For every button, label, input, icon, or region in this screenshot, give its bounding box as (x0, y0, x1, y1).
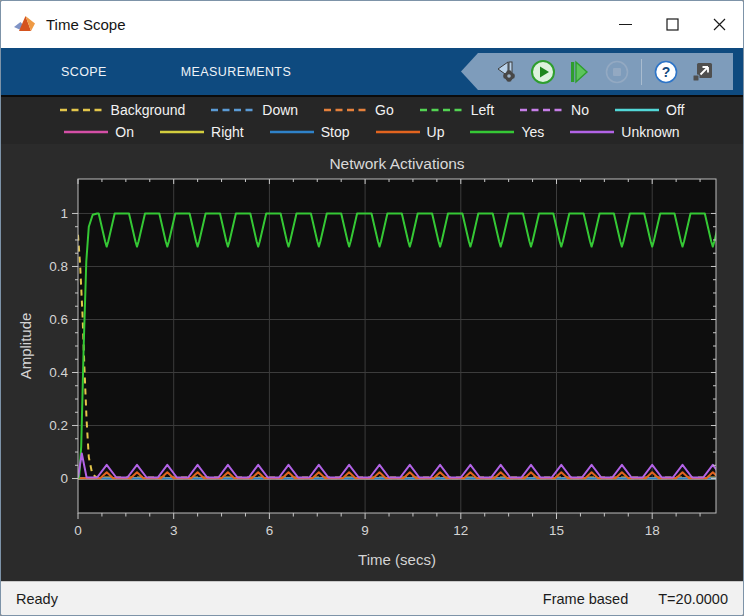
status-ready: Ready (16, 591, 58, 607)
svg-text:0: 0 (74, 523, 82, 538)
signal-legend: BackgroundDownGoLeftNoOff OnRightStopUpY… (1, 95, 743, 144)
legend-label: Off (666, 102, 684, 118)
legend-row-2: OnRightStopUpYesUnknown (1, 121, 743, 143)
status-time: T=20.0000 (658, 591, 728, 607)
legend-label: Stop (321, 124, 350, 140)
legend-line-sample (570, 129, 614, 135)
legend-line-sample (64, 129, 108, 135)
legend-line-sample (470, 129, 514, 135)
plot-area[interactable]: 036912151800.20.40.60.81Network Activati… (1, 144, 743, 581)
legend-line-sample (211, 107, 255, 113)
legend-item-go[interactable]: Go (324, 102, 394, 118)
svg-text:?: ? (662, 64, 671, 80)
legend-item-stop[interactable]: Stop (270, 124, 350, 140)
legend-label: Down (262, 102, 298, 118)
close-button[interactable] (696, 1, 743, 48)
toolbar-separator (641, 59, 642, 85)
legend-label: No (571, 102, 589, 118)
matlab-logo-icon (14, 15, 36, 35)
ribbon-toolbar: SCOPE MEASUREMENTS (1, 48, 743, 95)
dock-icon (690, 59, 716, 85)
legend-label: Unknown (621, 124, 679, 140)
maximize-button[interactable] (649, 1, 696, 48)
legend-line-sample (270, 129, 314, 135)
close-icon (713, 18, 726, 31)
legend-item-left[interactable]: Left (420, 102, 494, 118)
status-mode: Frame based (543, 591, 628, 607)
simulation-controls-panel: ? (461, 53, 733, 90)
legend-item-off[interactable]: Off (615, 102, 684, 118)
legend-line-sample (160, 129, 204, 135)
stop-icon (604, 59, 630, 85)
tab-scope[interactable]: SCOPE (53, 65, 115, 79)
legend-item-no[interactable]: No (520, 102, 589, 118)
x-axis-label: Time (secs) (358, 551, 436, 568)
tab-measurements[interactable]: MEASUREMENTS (173, 65, 299, 79)
legend-item-on[interactable]: On (64, 124, 134, 140)
legend-line-sample (60, 107, 104, 113)
svg-text:0.2: 0.2 (49, 418, 68, 433)
dock-button[interactable] (690, 59, 716, 85)
legend-line-sample (420, 107, 464, 113)
chart-title: Network Activations (329, 155, 464, 172)
legend-line-sample (520, 107, 564, 113)
svg-text:18: 18 (645, 523, 660, 538)
legend-label: Go (375, 102, 394, 118)
svg-text:6: 6 (266, 523, 274, 538)
legend-label: On (115, 124, 134, 140)
legend-label: Yes (521, 124, 544, 140)
titlebar: Time Scope (1, 1, 743, 48)
legend-item-right[interactable]: Right (160, 124, 244, 140)
legend-item-up[interactable]: Up (376, 124, 445, 140)
legend-line-sample (615, 107, 659, 113)
legend-label: Up (427, 124, 445, 140)
svg-text:0: 0 (60, 471, 68, 486)
legend-row-1: BackgroundDownGoLeftNoOff (1, 99, 743, 121)
svg-text:0.6: 0.6 (49, 312, 68, 327)
chart-canvas[interactable]: 036912151800.20.40.60.81Network Activati… (1, 144, 743, 581)
run-icon (530, 59, 556, 85)
step-forward-button[interactable] (567, 59, 593, 85)
svg-text:9: 9 (361, 523, 369, 538)
y-axis-label: Amplitude (17, 313, 34, 380)
status-right: Frame based T=20.0000 (543, 591, 728, 607)
window-controls (602, 1, 743, 48)
svg-text:0.4: 0.4 (49, 365, 68, 380)
step-forward-icon (567, 59, 593, 85)
legend-line-sample (324, 107, 368, 113)
maximize-icon (666, 18, 679, 31)
stop-button[interactable] (604, 59, 630, 85)
legend-label: Background (111, 102, 186, 118)
help-button[interactable]: ? (653, 59, 679, 85)
legend-item-unknown[interactable]: Unknown (570, 124, 679, 140)
help-icon: ? (653, 59, 679, 85)
svg-text:12: 12 (453, 523, 468, 538)
svg-text:15: 15 (549, 523, 564, 538)
legend-item-down[interactable]: Down (211, 102, 298, 118)
status-bar: Ready Frame based T=20.0000 (1, 581, 743, 615)
step-settings-icon (493, 59, 519, 85)
legend-item-yes[interactable]: Yes (470, 124, 544, 140)
svg-text:3: 3 (170, 523, 178, 538)
svg-text:1: 1 (60, 206, 68, 221)
svg-text:0.8: 0.8 (49, 259, 68, 274)
minimize-icon (619, 18, 632, 31)
step-settings-button[interactable] (493, 59, 519, 85)
legend-line-sample (376, 129, 420, 135)
legend-item-background[interactable]: Background (60, 102, 186, 118)
time-scope-window: Time Scope SCOPE MEASUREMENTS (0, 0, 744, 616)
window-title: Time Scope (46, 16, 125, 33)
minimize-button[interactable] (602, 1, 649, 48)
legend-label: Right (211, 124, 244, 140)
legend-label: Left (471, 102, 494, 118)
run-button[interactable] (530, 59, 556, 85)
